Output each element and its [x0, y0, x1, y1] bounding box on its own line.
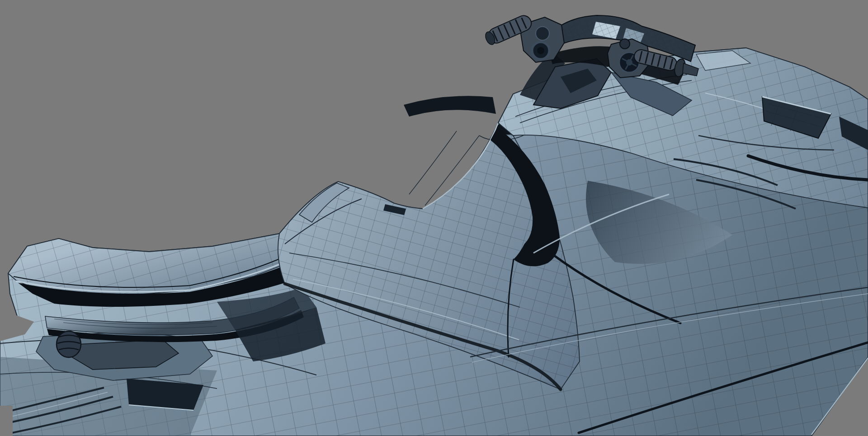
viewport-3d[interactable] [0, 0, 868, 436]
right-switch-button[interactable] [620, 39, 630, 49]
left-switch-button[interactable] [536, 27, 549, 40]
mooring-knob[interactable] [57, 331, 81, 357]
left-switch-dial[interactable] [532, 42, 549, 59]
viewport-canvas[interactable] [0, 0, 868, 436]
